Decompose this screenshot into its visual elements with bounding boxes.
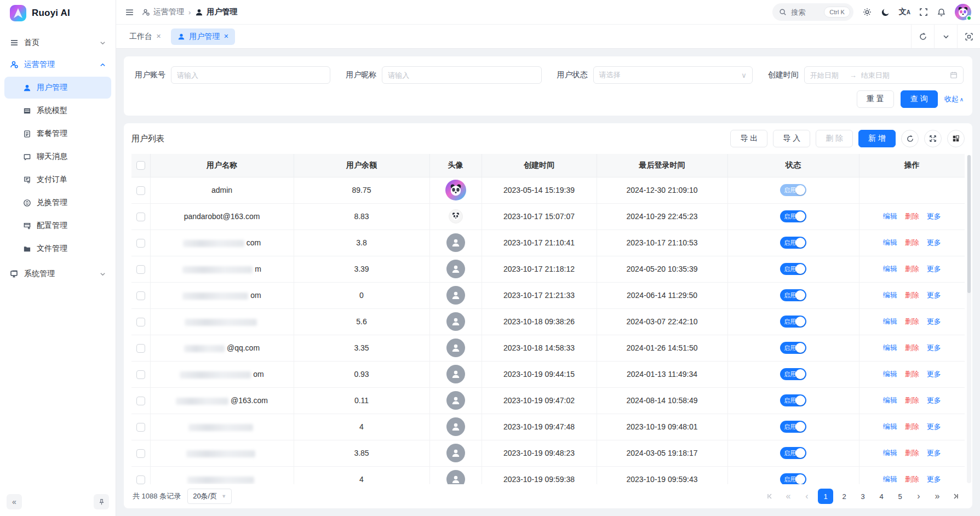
delete-link[interactable]: 删除 xyxy=(905,212,919,220)
more-link[interactable]: 更多 xyxy=(927,291,941,299)
status-toggle[interactable]: 启用 xyxy=(780,368,806,380)
status-toggle[interactable]: 启用 xyxy=(780,473,806,484)
row-checkbox[interactable] xyxy=(136,397,145,405)
status-toggle[interactable]: 启用 xyxy=(780,184,806,196)
row-checkbox[interactable] xyxy=(136,291,145,300)
close-icon[interactable]: ✕ xyxy=(156,33,161,40)
delete-link[interactable]: 删除 xyxy=(905,291,919,299)
row-checkbox[interactable] xyxy=(136,370,145,379)
start-date-input[interactable] xyxy=(810,71,845,79)
refresh-page-icon[interactable] xyxy=(911,25,934,48)
account-input[interactable] xyxy=(177,71,324,79)
delete-link[interactable]: 删除 xyxy=(905,396,919,404)
more-link[interactable]: 更多 xyxy=(927,317,941,325)
tab-options-chevron-icon[interactable] xyxy=(934,25,957,48)
collapse-sidebar-button[interactable]: « xyxy=(7,494,22,509)
sidebar-item-system-models[interactable]: 系统模型 xyxy=(4,100,111,122)
page-number[interactable]: 1 xyxy=(818,489,833,504)
more-link[interactable]: 更多 xyxy=(927,475,941,483)
sidebar-item-chat-messages[interactable]: 聊天消息 xyxy=(4,146,111,168)
edit-link[interactable]: 编辑 xyxy=(883,449,897,457)
status-toggle[interactable]: 启用 xyxy=(780,316,806,328)
row-checkbox[interactable] xyxy=(136,423,145,432)
edit-link[interactable]: 编辑 xyxy=(883,317,897,325)
search-input[interactable] xyxy=(791,8,819,16)
add-button[interactable]: 新 增 xyxy=(858,130,896,147)
table-fullscreen-icon[interactable] xyxy=(924,130,942,147)
sidebar-item-user-management[interactable]: 用户管理 xyxy=(4,77,111,99)
delete-link[interactable]: 删除 xyxy=(905,475,919,483)
jump-forward-button[interactable]: » xyxy=(930,489,945,504)
edit-link[interactable]: 编辑 xyxy=(883,370,897,378)
delete-link[interactable]: 删除 xyxy=(905,265,919,273)
page-number[interactable]: 4 xyxy=(874,489,889,504)
page-number[interactable]: 2 xyxy=(836,489,852,504)
status-toggle[interactable]: 启用 xyxy=(780,421,806,433)
status-toggle[interactable]: 启用 xyxy=(780,237,806,249)
more-link[interactable]: 更多 xyxy=(927,370,941,378)
fullscreen-icon[interactable] xyxy=(919,8,928,16)
sidebar-item-operations[interactable]: 运营管理 xyxy=(4,54,111,76)
page-number[interactable]: 5 xyxy=(892,489,908,504)
nickname-input[interactable] xyxy=(388,71,535,79)
date-range-picker[interactable]: → xyxy=(804,66,964,84)
reset-button[interactable]: 重 置 xyxy=(857,90,894,108)
delete-link[interactable]: 删除 xyxy=(905,449,919,457)
row-checkbox[interactable] xyxy=(136,186,145,195)
sidebar-item-plan-management[interactable]: 套餐管理 xyxy=(4,123,111,145)
more-link[interactable]: 更多 xyxy=(927,212,941,220)
delete-link[interactable]: 删除 xyxy=(905,422,919,431)
page-number[interactable]: 3 xyxy=(855,489,870,504)
import-button[interactable]: 导 入 xyxy=(773,130,810,147)
last-page-button[interactable] xyxy=(948,489,964,504)
global-search[interactable]: Ctrl K xyxy=(772,3,853,21)
page-size-select[interactable]: 20条/页 ▼ xyxy=(187,489,232,504)
edit-link[interactable]: 编辑 xyxy=(883,343,897,352)
status-toggle[interactable]: 启用 xyxy=(780,210,806,222)
row-checkbox[interactable] xyxy=(136,213,145,221)
refresh-table-icon[interactable] xyxy=(901,130,919,147)
more-link[interactable]: 更多 xyxy=(927,396,941,404)
edit-link[interactable]: 编辑 xyxy=(883,291,897,299)
status-toggle[interactable]: 启用 xyxy=(780,447,806,459)
edit-link[interactable]: 编辑 xyxy=(883,396,897,404)
status-toggle[interactable]: 启用 xyxy=(780,289,806,301)
edit-link[interactable]: 编辑 xyxy=(883,212,897,220)
row-checkbox[interactable] xyxy=(136,344,145,353)
next-page-button[interactable]: › xyxy=(911,489,926,504)
sidebar-item-payment-orders[interactable]: 支付订单 xyxy=(4,169,111,191)
edit-link[interactable]: 编辑 xyxy=(883,265,897,273)
delete-link[interactable]: 删除 xyxy=(905,343,919,352)
row-checkbox[interactable] xyxy=(136,239,145,248)
tab-user-management[interactable]: 用户管理 ✕ xyxy=(171,28,235,45)
collapse-filter-link[interactable]: 收起 ∧ xyxy=(944,94,964,104)
search-button[interactable]: 查 询 xyxy=(901,90,938,108)
dark-mode-moon-icon[interactable] xyxy=(881,8,890,17)
hamburger-icon[interactable] xyxy=(125,8,134,17)
vertical-scrollbar[interactable] xyxy=(967,155,971,483)
app-logo[interactable]: Ruoyi AI xyxy=(0,0,116,26)
sidebar-item-file-management[interactable]: 文件管理 xyxy=(4,238,111,260)
sidebar-item-system-management[interactable]: 系统管理 xyxy=(4,263,111,285)
jump-back-button[interactable]: « xyxy=(781,489,796,504)
delete-button[interactable]: 删 除 xyxy=(816,130,853,147)
more-link[interactable]: 更多 xyxy=(927,422,941,431)
status-toggle[interactable]: 启用 xyxy=(780,394,806,406)
close-icon[interactable]: ✕ xyxy=(223,33,228,40)
row-checkbox[interactable] xyxy=(136,475,145,484)
more-link[interactable]: 更多 xyxy=(927,343,941,352)
tab-workbench[interactable]: 工作台 ✕ xyxy=(123,28,168,45)
breadcrumb-item-operations[interactable]: 运营管理 xyxy=(142,7,184,17)
sidebar-item-home[interactable]: 首页 xyxy=(4,32,111,54)
row-checkbox[interactable] xyxy=(136,449,145,458)
delete-link[interactable]: 删除 xyxy=(905,317,919,325)
content-fullscreen-icon[interactable] xyxy=(957,25,980,48)
notifications-bell-icon[interactable] xyxy=(937,8,946,17)
first-page-button[interactable] xyxy=(762,489,777,504)
end-date-input[interactable] xyxy=(861,71,896,79)
sidebar-item-config-management[interactable]: 配置管理 xyxy=(4,215,111,237)
delete-link[interactable]: 删除 xyxy=(905,370,919,378)
more-link[interactable]: 更多 xyxy=(927,265,941,273)
column-settings-grid-icon[interactable] xyxy=(947,130,965,147)
status-toggle[interactable]: 启用 xyxy=(780,342,806,354)
